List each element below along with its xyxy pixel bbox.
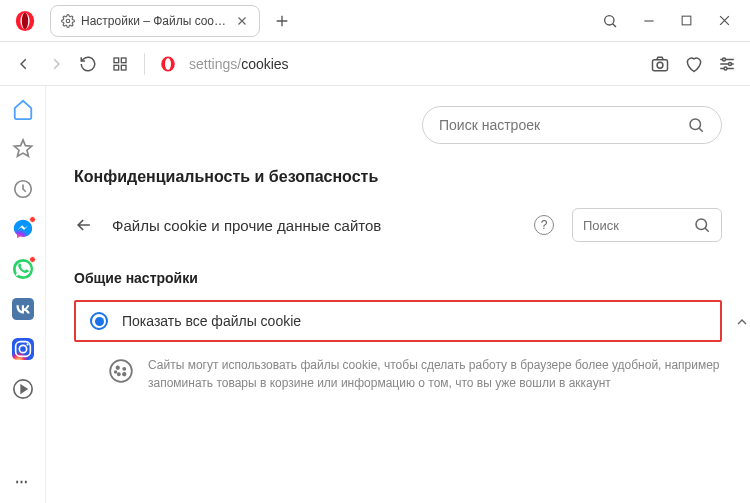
heart-icon[interactable] [684, 54, 704, 74]
option-label: Показать все файлы cookie [122, 313, 706, 329]
settings-search-input[interactable] [439, 117, 687, 133]
address-bar[interactable]: settings/cookies [189, 56, 289, 72]
svg-rect-8 [114, 65, 119, 70]
sidebar: ⋯ [0, 86, 46, 503]
svg-point-26 [696, 219, 707, 230]
svg-rect-7 [121, 58, 126, 63]
tab-title: Настройки – Файлы cookie [81, 14, 229, 28]
sidebar-bookmarks[interactable] [12, 138, 34, 160]
speed-dial-button[interactable] [110, 54, 130, 74]
svg-point-14 [723, 58, 726, 61]
sidebar-vk[interactable] [12, 298, 34, 320]
opera-logo-icon [14, 10, 36, 32]
sidebar-more[interactable]: ⋯ [15, 474, 30, 489]
easy-setup-icon[interactable] [718, 55, 736, 73]
chevron-up-icon[interactable] [734, 314, 750, 330]
maximize-icon[interactable] [680, 14, 693, 27]
sidebar-history[interactable] [12, 178, 34, 200]
option-show-all-cookies[interactable]: Показать все файлы cookie [74, 300, 722, 342]
svg-point-23 [26, 343, 28, 345]
back-arrow-icon[interactable] [74, 215, 94, 235]
section-title: Конфиденциальность и безопасность [74, 168, 722, 186]
sidebar-whatsapp[interactable] [12, 258, 34, 280]
svg-rect-9 [121, 65, 126, 70]
gear-icon [61, 14, 75, 28]
svg-point-15 [729, 62, 732, 65]
svg-point-16 [724, 67, 727, 70]
radio-selected[interactable] [90, 312, 108, 330]
toolbar: settings/cookies [0, 42, 750, 86]
browser-tab[interactable]: Настройки – Файлы cookie [50, 5, 260, 37]
cookie-icon [108, 358, 134, 384]
sidebar-home[interactable] [12, 98, 34, 120]
search-icon [687, 116, 705, 134]
nav-back-button[interactable] [14, 54, 34, 74]
svg-point-2 [22, 12, 28, 29]
option-description-row: Сайты могут использовать файлы cookie, ч… [74, 356, 722, 392]
settings-content: Конфиденциальность и безопасность Файлы … [46, 86, 750, 503]
sidebar-player[interactable] [12, 378, 34, 400]
svg-point-32 [115, 371, 117, 373]
address-prefix: settings/ [189, 56, 241, 72]
sidebar-messenger[interactable] [12, 218, 34, 240]
svg-point-3 [66, 19, 70, 23]
svg-point-28 [116, 366, 119, 369]
svg-point-29 [123, 368, 125, 370]
svg-point-13 [657, 62, 663, 68]
svg-rect-12 [653, 59, 668, 70]
close-icon[interactable] [235, 14, 249, 28]
search-icon[interactable] [602, 13, 618, 29]
help-icon[interactable]: ? [534, 215, 554, 235]
svg-point-4 [605, 15, 614, 24]
svg-rect-6 [114, 58, 119, 63]
reload-button[interactable] [78, 54, 98, 74]
general-settings-label: Общие настройки [74, 270, 722, 286]
nav-forward-button[interactable] [46, 54, 66, 74]
cookie-search[interactable] [572, 208, 722, 242]
separator [144, 53, 145, 75]
svg-point-31 [123, 373, 126, 376]
sub-title: Файлы cookie и прочие данные сайтов [112, 217, 516, 234]
minimize-icon[interactable] [642, 14, 656, 28]
cookie-search-input[interactable] [583, 218, 687, 233]
sidebar-instagram[interactable] [12, 338, 34, 360]
svg-point-30 [118, 373, 120, 375]
window-close-icon[interactable] [717, 13, 732, 28]
titlebar: Настройки – Файлы cookie [0, 0, 750, 42]
new-tab-button[interactable] [268, 7, 296, 35]
svg-point-27 [110, 360, 132, 382]
settings-search[interactable] [422, 106, 722, 144]
option-description: Сайты могут использовать файлы cookie, ч… [148, 356, 722, 392]
svg-rect-5 [682, 16, 691, 25]
sub-header: Файлы cookie и прочие данные сайтов ? [74, 208, 722, 242]
svg-point-25 [690, 119, 701, 130]
search-icon [693, 216, 711, 234]
address-path: cookies [241, 56, 288, 72]
svg-point-11 [165, 58, 171, 70]
opera-mini-icon [159, 55, 177, 73]
camera-icon[interactable] [650, 54, 670, 74]
